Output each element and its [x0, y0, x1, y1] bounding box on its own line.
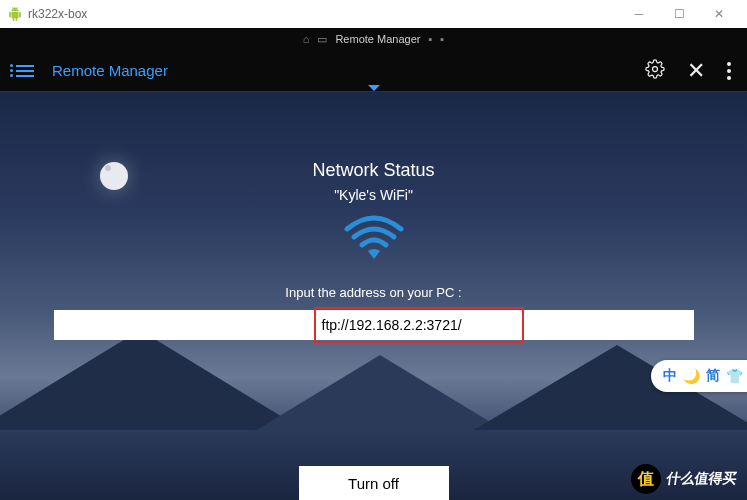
center-panel: Network Status "Kyle's WiFi" Input the a…	[0, 160, 747, 340]
window-icon: ▭	[317, 33, 327, 46]
app-bar: Remote Manager ✕	[0, 50, 747, 92]
wifi-icon	[344, 215, 404, 267]
close-icon[interactable]: ✕	[687, 58, 705, 84]
ime-moon-icon[interactable]: 🌙	[683, 368, 700, 384]
maximize-button[interactable]: ☐	[659, 0, 699, 28]
menu-icon[interactable]	[16, 65, 34, 77]
main-content: Network Status "Kyle's WiFi" Input the a…	[0, 92, 747, 500]
minimize-button[interactable]: ─	[619, 0, 659, 28]
dropdown-arrow-icon[interactable]	[368, 85, 380, 91]
window-titlebar: rk322x-box ─ ☐ ✕	[0, 0, 747, 28]
turn-off-button[interactable]: Turn off	[299, 466, 449, 500]
ime-lang-toggle[interactable]: 中	[663, 367, 677, 385]
misc-icon: ▪	[440, 33, 444, 45]
window-controls: ─ ☐ ✕	[619, 0, 739, 28]
address-highlight-box: ftp://192.168.2.2:3721/	[314, 307, 524, 343]
wifi-name: "Kyle's WiFi"	[334, 187, 413, 203]
home-icon: ⌂	[303, 33, 310, 45]
address-bar[interactable]: ftp://192.168.2.2:3721/	[54, 310, 694, 340]
android-status-bar: ⌂ ▭ Remote Manager ▪ ▪	[0, 28, 747, 50]
settings-icon[interactable]	[645, 59, 665, 83]
status-bar-title: Remote Manager	[335, 33, 420, 45]
watermark-text: 什么值得买	[666, 470, 739, 488]
chat-icon: ▪	[428, 33, 432, 45]
watermark: 值 什么值得买	[631, 464, 737, 494]
android-icon	[8, 7, 22, 21]
network-status-label: Network Status	[312, 160, 434, 181]
more-icon[interactable]	[727, 62, 731, 80]
ime-floating-bar[interactable]: 中 🌙 简 👕	[651, 360, 747, 392]
ime-skin-icon[interactable]: 👕	[726, 368, 743, 384]
close-window-button[interactable]: ✕	[699, 0, 739, 28]
input-instruction-label: Input the address on your PC :	[285, 285, 461, 300]
ime-simplified-toggle[interactable]: 简	[706, 367, 720, 385]
window-title: rk322x-box	[28, 7, 619, 21]
app-title: Remote Manager	[52, 62, 645, 79]
watermark-badge: 值	[631, 464, 661, 494]
ftp-address: ftp://192.168.2.2:3721/	[322, 317, 462, 333]
